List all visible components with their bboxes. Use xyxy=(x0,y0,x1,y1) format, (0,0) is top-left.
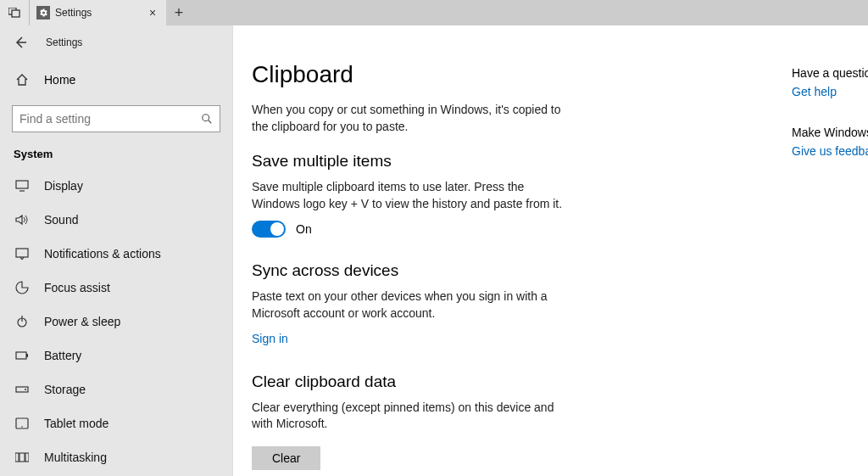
page-intro: When you copy or cut something in Window… xyxy=(252,102,565,135)
clear-button[interactable]: Clear xyxy=(252,446,320,470)
app-title: Settings xyxy=(46,36,82,48)
feedback-link[interactable]: Give us feedback xyxy=(792,144,868,158)
sidebar-item-label: Home xyxy=(44,73,75,87)
sidebar-item-label: Display xyxy=(44,179,83,193)
search-input[interactable] xyxy=(12,105,220,132)
storage-icon xyxy=(15,384,29,395)
svg-rect-10 xyxy=(26,354,28,357)
section-save-multiple-desc: Save multiple clipboard items to use lat… xyxy=(252,179,574,212)
section-sync-heading: Sync across devices xyxy=(252,261,868,280)
svg-rect-1 xyxy=(12,10,19,17)
battery-icon xyxy=(15,350,29,361)
focus-assist-icon xyxy=(15,281,29,294)
notifications-icon xyxy=(15,248,29,260)
section-save-multiple-heading: Save multiple items xyxy=(252,152,868,171)
sidebar: Settings Home System Display Sound Notif… xyxy=(0,25,233,476)
search-field[interactable] xyxy=(19,112,201,126)
home-icon xyxy=(15,73,29,87)
sidebar-header: Settings xyxy=(0,25,232,59)
sidebar-item-label: Power & sleep xyxy=(44,315,120,328)
close-icon[interactable]: × xyxy=(146,6,159,20)
tab-title: Settings xyxy=(55,7,141,19)
sidebar-item-label: Battery xyxy=(44,349,81,362)
sidebar-item-label: Multitasking xyxy=(44,451,107,464)
page-title: Clipboard xyxy=(252,61,868,88)
sidebar-item-home[interactable]: Home xyxy=(0,63,232,97)
gear-icon xyxy=(36,6,50,20)
svg-point-14 xyxy=(21,426,23,428)
sidebar-item-focus-assist[interactable]: Focus assist xyxy=(0,271,232,305)
help-heading: Have a question? xyxy=(792,66,868,80)
svg-rect-16 xyxy=(19,453,25,462)
sound-icon xyxy=(15,214,29,226)
svg-rect-17 xyxy=(25,453,29,462)
section-sync-desc: Paste text on your other devices when yo… xyxy=(252,288,574,322)
svg-rect-6 xyxy=(16,249,28,257)
section-clear-heading: Clear clipboard data xyxy=(252,372,868,391)
sidebar-item-label: Storage xyxy=(44,383,86,396)
multitasking-icon xyxy=(15,451,29,463)
sidebar-item-label: Sound xyxy=(44,213,78,227)
save-multiple-toggle[interactable] xyxy=(252,221,286,238)
get-help-link[interactable]: Get help xyxy=(792,85,868,98)
svg-rect-9 xyxy=(16,352,26,359)
sidebar-item-power-sleep[interactable]: Power & sleep xyxy=(0,305,232,339)
section-clear-desc: Clear everything (except pinned items) o… xyxy=(252,400,574,433)
sidebar-item-multitasking[interactable]: Multitasking xyxy=(0,440,232,474)
sidebar-item-tablet-mode[interactable]: Tablet mode xyxy=(0,406,232,440)
sidebar-item-storage[interactable]: Storage xyxy=(0,372,232,406)
window-tab[interactable]: Settings × xyxy=(29,0,166,25)
sign-in-link[interactable]: Sign in xyxy=(252,332,288,345)
search-icon xyxy=(201,113,213,125)
sidebar-item-notifications[interactable]: Notifications & actions xyxy=(0,237,232,271)
feedback-heading: Make Windows better xyxy=(792,126,868,139)
back-icon[interactable] xyxy=(14,36,27,49)
new-tab-button[interactable]: + xyxy=(166,0,192,25)
sidebar-item-label: Tablet mode xyxy=(44,417,108,430)
svg-rect-15 xyxy=(15,453,19,462)
svg-line-3 xyxy=(209,120,212,124)
power-icon xyxy=(15,315,29,328)
sidebar-item-sound[interactable]: Sound xyxy=(0,203,232,237)
save-multiple-toggle-row: On xyxy=(252,221,868,238)
task-view-icon[interactable] xyxy=(0,0,29,25)
sidebar-item-display[interactable]: Display xyxy=(0,169,232,203)
svg-point-2 xyxy=(203,115,209,121)
sidebar-section-label: System xyxy=(0,143,232,169)
sidebar-item-battery[interactable]: Battery xyxy=(0,339,232,372)
title-bar: Settings × + xyxy=(0,0,868,25)
svg-rect-4 xyxy=(16,181,28,188)
main-content: Clipboard When you copy or cut something… xyxy=(233,25,868,476)
tablet-icon xyxy=(15,417,29,429)
toggle-state-label: On xyxy=(296,222,312,236)
svg-point-12 xyxy=(25,389,26,390)
sidebar-item-label: Notifications & actions xyxy=(44,247,161,260)
sidebar-item-label: Focus assist xyxy=(44,281,110,294)
display-icon xyxy=(15,180,29,192)
help-column: Have a question? Get help Make Windows b… xyxy=(792,66,868,185)
